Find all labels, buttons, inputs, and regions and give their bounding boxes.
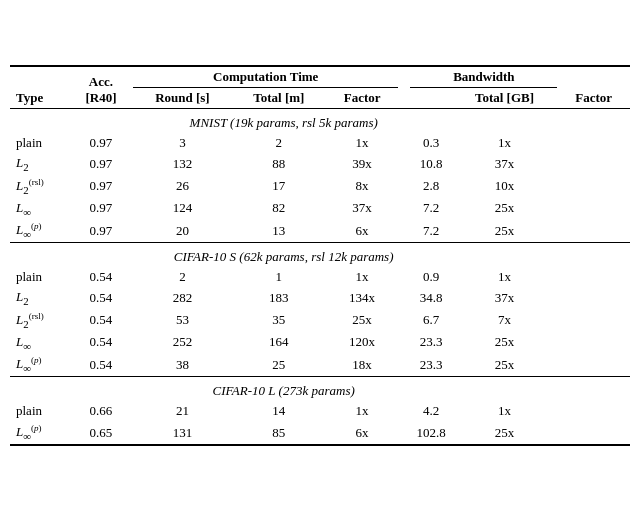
col-group-bandwidth: Bandwidth <box>410 66 557 88</box>
cell-bfactor: 37x <box>452 287 558 309</box>
cell-type: L∞ <box>10 332 69 354</box>
cell-round: 38 <box>133 353 232 376</box>
cell-bfactor: 25x <box>452 332 558 354</box>
cell-round: 252 <box>133 332 232 354</box>
section-header: MNIST (19k params, rsl 5k params) <box>10 109 630 134</box>
col-round: Round [s] <box>133 88 232 109</box>
cell-round: 131 <box>133 421 232 445</box>
cell-type: L2 <box>10 287 69 309</box>
cell-total-m: 25 <box>232 353 326 376</box>
section-header: CIFAR-10 L (273k params) <box>10 377 630 402</box>
cell-total-gb: 34.8 <box>410 287 451 309</box>
cell-factor: 6x <box>326 421 399 445</box>
table-row: plain0.6621141x4.21x <box>10 401 630 421</box>
table-row: L∞(p)0.65131856x102.825x <box>10 421 630 445</box>
cell-round: 2 <box>133 267 232 287</box>
col-factor1: Factor <box>326 88 399 109</box>
cell-bfactor: 25x <box>452 198 558 220</box>
cell-acc: 0.54 <box>69 267 133 287</box>
cell-acc: 0.54 <box>69 287 133 309</box>
cell-total-gb: 2.8 <box>410 175 451 198</box>
cell-total-m: 35 <box>232 309 326 332</box>
table-row: plain0.54211x0.91x <box>10 267 630 287</box>
table-row: L2(rsl)0.54533525x6.77x <box>10 309 630 332</box>
cell-total-gb: 7.2 <box>410 198 451 220</box>
table-row: plain0.97321x0.31x <box>10 133 630 153</box>
cell-bfactor: 1x <box>452 401 558 421</box>
cell-round: 21 <box>133 401 232 421</box>
table-row: L∞0.54252164120x23.325x <box>10 332 630 354</box>
table-row: L20.971328839x10.837x <box>10 153 630 175</box>
cell-type: L2 <box>10 153 69 175</box>
cell-total-gb: 10.8 <box>410 153 451 175</box>
cell-round: 3 <box>133 133 232 153</box>
cell-bfactor: 25x <box>452 353 558 376</box>
cell-type: plain <box>10 133 69 153</box>
cell-acc: 0.97 <box>69 198 133 220</box>
cell-type: plain <box>10 267 69 287</box>
cell-factor: 39x <box>326 153 399 175</box>
cell-total-gb: 23.3 <box>410 353 451 376</box>
col-group-computation: Computation Time <box>133 66 398 88</box>
col-total-gb: Total [GB] <box>452 88 558 109</box>
cell-factor: 8x <box>326 175 399 198</box>
cell-total-gb: 23.3 <box>410 332 451 354</box>
cell-total-gb: 0.9 <box>410 267 451 287</box>
cell-type: L∞(p) <box>10 421 69 445</box>
cell-factor: 25x <box>326 309 399 332</box>
cell-total-m: 2 <box>232 133 326 153</box>
cell-factor: 120x <box>326 332 399 354</box>
cell-acc: 0.97 <box>69 219 133 242</box>
cell-acc: 0.54 <box>69 309 133 332</box>
cell-bfactor: 25x <box>452 219 558 242</box>
table-container: Type Acc. [R40] Computation Time Bandwid… <box>10 65 630 446</box>
cell-round: 53 <box>133 309 232 332</box>
cell-factor: 1x <box>326 133 399 153</box>
table-row: L∞(p)0.54382518x23.325x <box>10 353 630 376</box>
section-title: MNIST (19k params, rsl 5k params) <box>10 109 557 134</box>
cell-factor: 1x <box>326 401 399 421</box>
cell-total-m: 13 <box>232 219 326 242</box>
cell-total-m: 82 <box>232 198 326 220</box>
cell-bfactor: 7x <box>452 309 558 332</box>
cell-total-m: 85 <box>232 421 326 445</box>
cell-round: 124 <box>133 198 232 220</box>
cell-round: 282 <box>133 287 232 309</box>
cell-factor: 37x <box>326 198 399 220</box>
cell-total-gb: 0.3 <box>410 133 451 153</box>
cell-total-m: 183 <box>232 287 326 309</box>
cell-factor: 1x <box>326 267 399 287</box>
section-header: CIFAR-10 S (62k params, rsl 12k params) <box>10 243 630 268</box>
section-title: CIFAR-10 L (273k params) <box>10 377 557 402</box>
cell-bfactor: 10x <box>452 175 558 198</box>
cell-total-gb: 4.2 <box>410 401 451 421</box>
section-title: CIFAR-10 S (62k params, rsl 12k params) <box>10 243 557 268</box>
cell-bfactor: 1x <box>452 133 558 153</box>
cell-acc: 0.54 <box>69 332 133 354</box>
cell-type: L∞ <box>10 198 69 220</box>
data-table: Type Acc. [R40] Computation Time Bandwid… <box>10 65 630 446</box>
col-factor2: Factor <box>557 88 630 109</box>
col-acc: Acc. [R40] <box>69 66 133 109</box>
cell-type: L2(rsl) <box>10 175 69 198</box>
cell-type: L∞(p) <box>10 219 69 242</box>
cell-factor: 6x <box>326 219 399 242</box>
cell-type: plain <box>10 401 69 421</box>
cell-total-m: 88 <box>232 153 326 175</box>
cell-round: 132 <box>133 153 232 175</box>
cell-bfactor: 37x <box>452 153 558 175</box>
cell-round: 26 <box>133 175 232 198</box>
cell-total-gb: 7.2 <box>410 219 451 242</box>
cell-acc: 0.97 <box>69 133 133 153</box>
cell-total-m: 164 <box>232 332 326 354</box>
cell-acc: 0.65 <box>69 421 133 445</box>
cell-factor: 18x <box>326 353 399 376</box>
table-row: L∞0.971248237x7.225x <box>10 198 630 220</box>
cell-total-gb: 102.8 <box>410 421 451 445</box>
cell-acc: 0.97 <box>69 153 133 175</box>
cell-type: L∞(p) <box>10 353 69 376</box>
cell-factor: 134x <box>326 287 399 309</box>
table-row: L2(rsl)0.9726178x2.810x <box>10 175 630 198</box>
cell-bfactor: 1x <box>452 267 558 287</box>
cell-acc: 0.54 <box>69 353 133 376</box>
